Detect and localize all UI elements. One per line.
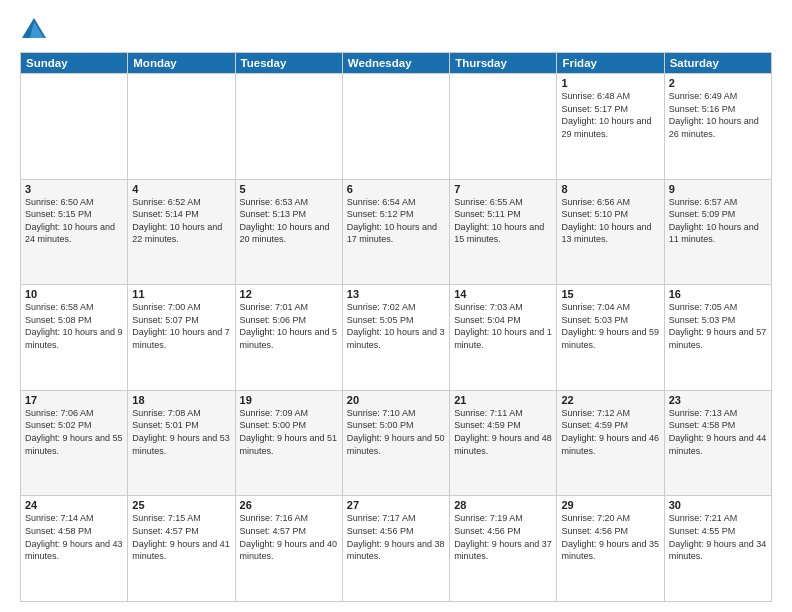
day-cell — [235, 74, 342, 180]
day-cell: 25Sunrise: 7:15 AM Sunset: 4:57 PM Dayli… — [128, 496, 235, 602]
day-number: 9 — [669, 183, 767, 195]
logo — [20, 16, 52, 44]
day-cell: 28Sunrise: 7:19 AM Sunset: 4:56 PM Dayli… — [450, 496, 557, 602]
weekday-wednesday: Wednesday — [342, 53, 449, 74]
week-row-4: 24Sunrise: 7:14 AM Sunset: 4:58 PM Dayli… — [21, 496, 772, 602]
logo-icon — [20, 16, 48, 44]
day-info: Sunrise: 7:17 AM Sunset: 4:56 PM Dayligh… — [347, 512, 445, 562]
day-cell: 17Sunrise: 7:06 AM Sunset: 5:02 PM Dayli… — [21, 390, 128, 496]
weekday-saturday: Saturday — [664, 53, 771, 74]
day-info: Sunrise: 7:02 AM Sunset: 5:05 PM Dayligh… — [347, 301, 445, 351]
day-number: 4 — [132, 183, 230, 195]
week-row-2: 10Sunrise: 6:58 AM Sunset: 5:08 PM Dayli… — [21, 285, 772, 391]
day-info: Sunrise: 7:03 AM Sunset: 5:04 PM Dayligh… — [454, 301, 552, 351]
day-number: 10 — [25, 288, 123, 300]
day-info: Sunrise: 7:01 AM Sunset: 5:06 PM Dayligh… — [240, 301, 338, 351]
day-info: Sunrise: 7:20 AM Sunset: 4:56 PM Dayligh… — [561, 512, 659, 562]
calendar: SundayMondayTuesdayWednesdayThursdayFrid… — [20, 52, 772, 602]
day-number: 14 — [454, 288, 552, 300]
day-number: 12 — [240, 288, 338, 300]
day-info: Sunrise: 7:10 AM Sunset: 5:00 PM Dayligh… — [347, 407, 445, 457]
day-cell: 24Sunrise: 7:14 AM Sunset: 4:58 PM Dayli… — [21, 496, 128, 602]
weekday-sunday: Sunday — [21, 53, 128, 74]
day-number: 20 — [347, 394, 445, 406]
day-number: 17 — [25, 394, 123, 406]
day-cell: 18Sunrise: 7:08 AM Sunset: 5:01 PM Dayli… — [128, 390, 235, 496]
day-cell: 21Sunrise: 7:11 AM Sunset: 4:59 PM Dayli… — [450, 390, 557, 496]
header — [20, 16, 772, 44]
day-number: 1 — [561, 77, 659, 89]
day-cell: 8Sunrise: 6:56 AM Sunset: 5:10 PM Daylig… — [557, 179, 664, 285]
day-number: 3 — [25, 183, 123, 195]
weekday-thursday: Thursday — [450, 53, 557, 74]
day-info: Sunrise: 7:08 AM Sunset: 5:01 PM Dayligh… — [132, 407, 230, 457]
day-info: Sunrise: 6:49 AM Sunset: 5:16 PM Dayligh… — [669, 90, 767, 140]
calendar-header: SundayMondayTuesdayWednesdayThursdayFrid… — [21, 53, 772, 74]
day-info: Sunrise: 6:54 AM Sunset: 5:12 PM Dayligh… — [347, 196, 445, 246]
day-info: Sunrise: 7:00 AM Sunset: 5:07 PM Dayligh… — [132, 301, 230, 351]
day-cell: 26Sunrise: 7:16 AM Sunset: 4:57 PM Dayli… — [235, 496, 342, 602]
day-number: 22 — [561, 394, 659, 406]
day-cell: 5Sunrise: 6:53 AM Sunset: 5:13 PM Daylig… — [235, 179, 342, 285]
day-cell: 27Sunrise: 7:17 AM Sunset: 4:56 PM Dayli… — [342, 496, 449, 602]
day-number: 21 — [454, 394, 552, 406]
day-info: Sunrise: 6:56 AM Sunset: 5:10 PM Dayligh… — [561, 196, 659, 246]
day-number: 6 — [347, 183, 445, 195]
day-info: Sunrise: 7:12 AM Sunset: 4:59 PM Dayligh… — [561, 407, 659, 457]
week-row-3: 17Sunrise: 7:06 AM Sunset: 5:02 PM Dayli… — [21, 390, 772, 496]
day-cell: 13Sunrise: 7:02 AM Sunset: 5:05 PM Dayli… — [342, 285, 449, 391]
day-cell: 11Sunrise: 7:00 AM Sunset: 5:07 PM Dayli… — [128, 285, 235, 391]
day-cell: 9Sunrise: 6:57 AM Sunset: 5:09 PM Daylig… — [664, 179, 771, 285]
day-cell — [21, 74, 128, 180]
day-number: 30 — [669, 499, 767, 511]
week-row-0: 1Sunrise: 6:48 AM Sunset: 5:17 PM Daylig… — [21, 74, 772, 180]
page: SundayMondayTuesdayWednesdayThursdayFrid… — [0, 0, 792, 612]
day-info: Sunrise: 7:15 AM Sunset: 4:57 PM Dayligh… — [132, 512, 230, 562]
day-info: Sunrise: 6:48 AM Sunset: 5:17 PM Dayligh… — [561, 90, 659, 140]
day-cell — [128, 74, 235, 180]
day-number: 13 — [347, 288, 445, 300]
day-info: Sunrise: 7:14 AM Sunset: 4:58 PM Dayligh… — [25, 512, 123, 562]
day-info: Sunrise: 7:13 AM Sunset: 4:58 PM Dayligh… — [669, 407, 767, 457]
day-cell: 20Sunrise: 7:10 AM Sunset: 5:00 PM Dayli… — [342, 390, 449, 496]
weekday-friday: Friday — [557, 53, 664, 74]
day-cell: 16Sunrise: 7:05 AM Sunset: 5:03 PM Dayli… — [664, 285, 771, 391]
day-info: Sunrise: 6:58 AM Sunset: 5:08 PM Dayligh… — [25, 301, 123, 351]
day-cell: 4Sunrise: 6:52 AM Sunset: 5:14 PM Daylig… — [128, 179, 235, 285]
day-info: Sunrise: 6:57 AM Sunset: 5:09 PM Dayligh… — [669, 196, 767, 246]
day-cell: 12Sunrise: 7:01 AM Sunset: 5:06 PM Dayli… — [235, 285, 342, 391]
day-info: Sunrise: 7:05 AM Sunset: 5:03 PM Dayligh… — [669, 301, 767, 351]
day-number: 5 — [240, 183, 338, 195]
day-number: 15 — [561, 288, 659, 300]
day-cell — [450, 74, 557, 180]
day-number: 7 — [454, 183, 552, 195]
day-number: 11 — [132, 288, 230, 300]
day-cell: 7Sunrise: 6:55 AM Sunset: 5:11 PM Daylig… — [450, 179, 557, 285]
day-number: 26 — [240, 499, 338, 511]
day-info: Sunrise: 7:04 AM Sunset: 5:03 PM Dayligh… — [561, 301, 659, 351]
day-cell: 19Sunrise: 7:09 AM Sunset: 5:00 PM Dayli… — [235, 390, 342, 496]
day-cell: 23Sunrise: 7:13 AM Sunset: 4:58 PM Dayli… — [664, 390, 771, 496]
day-info: Sunrise: 7:21 AM Sunset: 4:55 PM Dayligh… — [669, 512, 767, 562]
day-number: 29 — [561, 499, 659, 511]
day-info: Sunrise: 7:19 AM Sunset: 4:56 PM Dayligh… — [454, 512, 552, 562]
day-cell: 30Sunrise: 7:21 AM Sunset: 4:55 PM Dayli… — [664, 496, 771, 602]
day-cell: 1Sunrise: 6:48 AM Sunset: 5:17 PM Daylig… — [557, 74, 664, 180]
day-info: Sunrise: 7:11 AM Sunset: 4:59 PM Dayligh… — [454, 407, 552, 457]
day-info: Sunrise: 6:50 AM Sunset: 5:15 PM Dayligh… — [25, 196, 123, 246]
day-number: 2 — [669, 77, 767, 89]
day-number: 19 — [240, 394, 338, 406]
day-cell: 2Sunrise: 6:49 AM Sunset: 5:16 PM Daylig… — [664, 74, 771, 180]
day-info: Sunrise: 7:09 AM Sunset: 5:00 PM Dayligh… — [240, 407, 338, 457]
day-number: 25 — [132, 499, 230, 511]
day-info: Sunrise: 6:53 AM Sunset: 5:13 PM Dayligh… — [240, 196, 338, 246]
day-number: 8 — [561, 183, 659, 195]
day-cell: 10Sunrise: 6:58 AM Sunset: 5:08 PM Dayli… — [21, 285, 128, 391]
day-cell: 14Sunrise: 7:03 AM Sunset: 5:04 PM Dayli… — [450, 285, 557, 391]
day-number: 18 — [132, 394, 230, 406]
day-cell: 6Sunrise: 6:54 AM Sunset: 5:12 PM Daylig… — [342, 179, 449, 285]
day-cell: 15Sunrise: 7:04 AM Sunset: 5:03 PM Dayli… — [557, 285, 664, 391]
day-cell — [342, 74, 449, 180]
day-number: 24 — [25, 499, 123, 511]
day-cell: 22Sunrise: 7:12 AM Sunset: 4:59 PM Dayli… — [557, 390, 664, 496]
